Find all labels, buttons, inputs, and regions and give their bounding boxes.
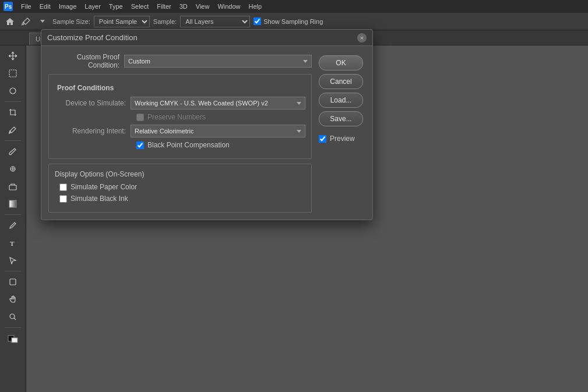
simulate-ink-label: Simulate Black Ink bbox=[71, 195, 128, 203]
display-options-box: Display Options (On-Screen) Simulate Pap… bbox=[48, 164, 312, 213]
preview-label: Preview bbox=[330, 135, 355, 143]
dialog-titlebar: Customize Proof Condition × bbox=[41, 30, 372, 46]
display-options-title: Display Options (On-Screen) bbox=[55, 170, 305, 178]
dialog-buttons-panel: OK Cancel Load... Save... Preview bbox=[319, 53, 365, 213]
custom-proof-label: Custom Proof Condition: bbox=[48, 53, 124, 69]
dialog-form: Custom Proof Condition: Custom Proof Con… bbox=[48, 53, 312, 213]
rendering-intent-row: Rendering Intent: Relative Colorimetric … bbox=[55, 125, 305, 137]
simulate-ink-row: Simulate Black Ink bbox=[55, 195, 305, 203]
dialog-close-button[interactable]: × bbox=[357, 33, 367, 43]
modal-overlay: Customize Proof Condition × Custom Proof… bbox=[0, 0, 588, 392]
simulate-ink-checkbox[interactable] bbox=[59, 195, 67, 203]
save-button[interactable]: Save... bbox=[319, 111, 363, 126]
rendering-intent-select[interactable]: Relative Colorimetric Perceptual Saturat… bbox=[131, 125, 305, 137]
preview-row: Preview bbox=[319, 135, 365, 143]
proof-conditions-header: Proof Conditions bbox=[55, 84, 305, 92]
simulate-paper-label: Simulate Paper Color bbox=[71, 183, 137, 191]
proof-conditions-box: Proof Conditions Device to Simulate: Wor… bbox=[48, 74, 312, 159]
preserve-numbers-checkbox bbox=[136, 114, 144, 121]
device-simulate-label: Device to Simulate: bbox=[59, 99, 131, 107]
dialog-title: Customize Proof Condition bbox=[47, 33, 138, 42]
black-point-label: Black Point Compensation bbox=[147, 141, 230, 149]
customize-proof-dialog: Customize Proof Condition × Custom Proof… bbox=[41, 29, 373, 220]
simulate-paper-checkbox[interactable] bbox=[59, 183, 67, 191]
custom-proof-row: Custom Proof Condition: Custom bbox=[48, 53, 312, 69]
rendering-intent-label: Rendering Intent: bbox=[59, 127, 131, 135]
black-point-row: Black Point Compensation bbox=[55, 141, 305, 149]
custom-proof-select[interactable]: Custom bbox=[124, 55, 312, 68]
device-simulate-select[interactable]: Working CMYK - U.S. Web Coated (SWOP) v2 bbox=[131, 97, 305, 110]
preserve-numbers-row: Preserve Numbers bbox=[55, 113, 305, 121]
cancel-button[interactable]: Cancel bbox=[319, 74, 363, 89]
preserve-numbers-label: Preserve Numbers bbox=[147, 113, 206, 121]
ok-button[interactable]: OK bbox=[319, 55, 363, 70]
simulate-paper-row: Simulate Paper Color bbox=[55, 183, 305, 191]
device-simulate-row: Device to Simulate: Working CMYK - U.S. … bbox=[55, 97, 305, 110]
dialog-body: Custom Proof Condition: Custom Proof Con… bbox=[41, 46, 372, 220]
black-point-checkbox[interactable] bbox=[136, 142, 144, 149]
preview-checkbox[interactable] bbox=[319, 135, 326, 143]
load-button[interactable]: Load... bbox=[319, 93, 363, 108]
